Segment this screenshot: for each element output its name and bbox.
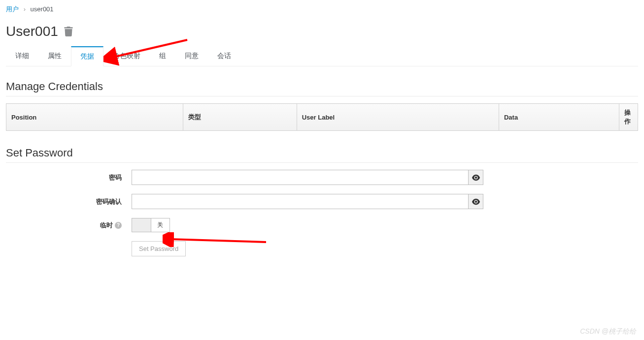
col-user-label: User Label <box>297 104 499 131</box>
col-type: 类型 <box>183 104 297 131</box>
breadcrumb-separator: › <box>24 5 26 13</box>
eye-icon <box>472 174 480 182</box>
eye-icon <box>472 198 480 206</box>
page-title-text: User001 <box>6 24 58 39</box>
toggle-empty <box>132 218 151 232</box>
page-title: User001 <box>6 24 638 39</box>
set-password-button[interactable]: Set Password <box>132 241 186 256</box>
table-header-row: Position 类型 User Label Data 操作 <box>6 104 638 131</box>
toggle-off-label: 关 <box>151 218 170 232</box>
tabs: 详细 属性 凭据 角色映射 组 同意 会话 <box>6 46 638 66</box>
tab-role-mappings[interactable]: 角色映射 <box>103 46 150 66</box>
temporary-toggle[interactable]: 关 <box>132 218 170 232</box>
help-icon[interactable]: ? <box>115 222 122 229</box>
tab-consents[interactable]: 同意 <box>175 46 208 66</box>
password-visibility-toggle[interactable] <box>469 170 483 185</box>
confirm-row: 密码确认 <box>6 194 638 209</box>
manage-credentials-heading: Manage Credentials <box>6 80 638 96</box>
password-row: 密码 <box>6 170 638 185</box>
confirm-label: 密码确认 <box>6 197 132 206</box>
tab-attributes[interactable]: 属性 <box>38 46 71 66</box>
tab-sessions[interactable]: 会话 <box>208 46 240 66</box>
credentials-table: Position 类型 User Label Data 操作 <box>6 103 638 131</box>
confirm-visibility-toggle[interactable] <box>469 194 483 209</box>
trash-icon[interactable] <box>64 27 73 36</box>
tab-credentials[interactable]: 凭据 <box>71 46 103 66</box>
col-position: Position <box>6 104 183 131</box>
password-label: 密码 <box>6 173 132 182</box>
tab-groups[interactable]: 组 <box>150 46 175 66</box>
confirm-input[interactable] <box>132 194 469 209</box>
temporary-row: 临时 ? 关 <box>6 218 638 232</box>
col-actions: 操作 <box>619 104 638 131</box>
tab-details[interactable]: 详细 <box>6 46 38 66</box>
col-data: Data <box>499 104 619 131</box>
submit-row: Set Password <box>6 241 638 256</box>
set-password-heading: Set Password <box>6 147 638 163</box>
breadcrumb-current: user001 <box>31 5 54 13</box>
breadcrumb: 用户 › user001 <box>6 5 638 14</box>
password-input[interactable] <box>132 170 469 185</box>
temporary-label: 临时 ? <box>6 221 132 230</box>
breadcrumb-root-link[interactable]: 用户 <box>6 5 19 13</box>
